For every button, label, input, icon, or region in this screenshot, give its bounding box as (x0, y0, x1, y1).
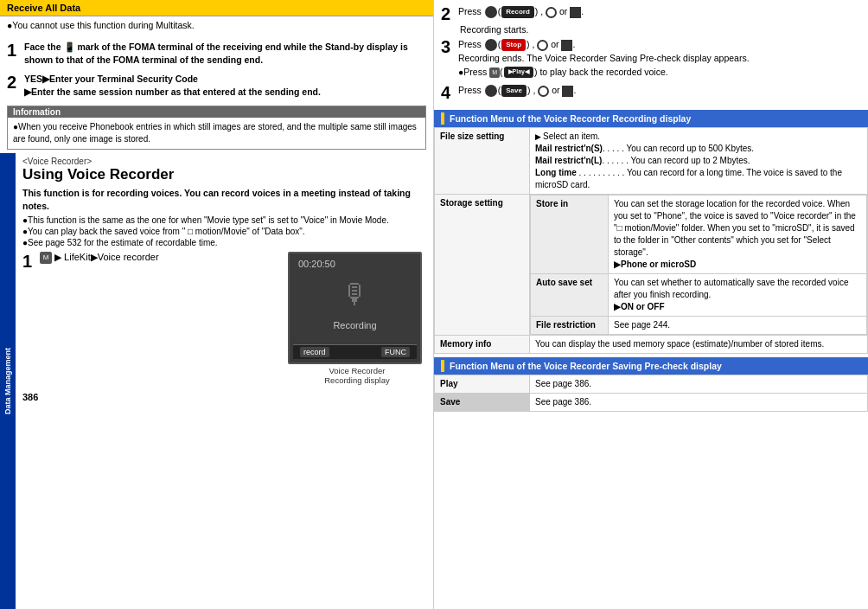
func-table2: Play See page 386. Save See page 386. (434, 375, 868, 412)
right-step2: 2 Press (Record) , or . (441, 5, 861, 22)
right-step4: 4 Press (Save) , or . (441, 84, 861, 101)
receive-all-data-header: Receive All Data (0, 0, 433, 16)
right-step2-num: 2 (441, 5, 455, 22)
save-value: See page 386. (530, 394, 868, 412)
select-item (535, 131, 543, 141)
table-row-play: Play See page 386. (435, 375, 868, 394)
voice-bullet2: ●You can play back the saved voice from … (16, 226, 433, 237)
right-steps: 2 Press (Record) , or . Recording starts… (434, 0, 868, 106)
auto-save-set-label: Auto save set (531, 274, 609, 317)
vr-caption: Voice Recorder Recording display (288, 366, 426, 385)
recording-starts-text: Recording starts. (441, 24, 861, 35)
vr-caption-line2: Recording display (324, 375, 390, 385)
info-header: Information (8, 106, 425, 118)
step4-or: , or . (533, 85, 576, 95)
right-step2-content: Press (Record) , or . (458, 5, 584, 19)
voice-desc-bold: This function is for recording voices. Y… (22, 188, 411, 211)
step2-circle-btn (485, 6, 497, 18)
receive-step1: 1 Face the 📱 mark of the FOMA terminal o… (0, 37, 433, 69)
store-in-value: You can set the storage location for the… (609, 196, 867, 274)
voice-recorder-section: Data Management <Voice Recorder> Using V… (0, 153, 433, 609)
vr-time: 00:20:50 (298, 259, 335, 269)
right-step3-num: 3 (441, 38, 455, 55)
right-step3-content: Press (Stop) , or . Recording ends. The … (458, 38, 750, 79)
vr-bottom-bar: record FUNC (293, 344, 417, 359)
step3-line2: Recording ends. The Voice Recorder Savin… (458, 53, 750, 63)
play-btn: ▶Play◀ (504, 67, 533, 78)
receive-step1-num: 1 (7, 41, 21, 66)
nested-row-store: Store in You can set the storage locatio… (531, 196, 867, 274)
auto-save-set-value: You can set whether to automatically sav… (609, 274, 867, 317)
vr-record-btn: record (300, 347, 329, 357)
sidebar-label: Data Management (3, 348, 12, 414)
vr-func-btn: FUNC (381, 347, 410, 357)
record-button-label: Record (501, 6, 534, 18)
step3-press: Press (458, 39, 482, 49)
table-row-memory: Memory info You can display the used mem… (435, 336, 868, 354)
info-body: ●When you receive Phonebook entries in w… (8, 118, 425, 149)
page-number: 386 (16, 388, 433, 406)
func-table1: File size setting Select an item. Mail r… (434, 127, 868, 354)
file-restriction-value: See page 244. (609, 317, 867, 335)
nested-row-filer: File restriction See page 244. (531, 317, 867, 335)
voice-description: This function is for recording voices. Y… (16, 185, 433, 214)
voice-bullet1: ●This function is the same as the one fo… (16, 215, 433, 226)
right-step3: 3 Press (Stop) , or . Recording ends. Th… (441, 38, 861, 79)
storage-setting-label: Storage setting (435, 195, 530, 336)
file-size-setting-value: Select an item. Mail restrict'n(S). . . … (530, 128, 868, 195)
storage-setting-value: Store in You can set the storage locatio… (530, 195, 868, 336)
table-row: File size setting Select an item. Mail r… (435, 128, 868, 195)
step4-circle-btn (485, 85, 497, 97)
receive-bullet: ●You cannot use this function during Mul… (7, 20, 426, 30)
vr-screen-area: 00:20:50 🎙 Recording record FUNC Voice R… (288, 252, 426, 385)
store-in-label: Store in (531, 196, 609, 274)
nested-row-autosave: Auto save set You can set whether to aut… (531, 274, 867, 317)
voice-section-header: <Voice Recorder> Using Voice Recorder (16, 153, 433, 185)
save-button-label: Save (501, 85, 527, 97)
save-label: Save (435, 394, 530, 412)
right-step4-num: 4 (441, 84, 455, 101)
voice-bullet3: ●See page 532 for the estimate of record… (16, 237, 433, 248)
memory-info-value: You can display the used memory space (e… (530, 336, 868, 354)
vr-mic-icon: 🎙 (341, 279, 369, 311)
vr-recording-text: Recording (333, 320, 376, 330)
subsection-title: <Voice Recorder> (22, 157, 426, 166)
step2-press: Press (458, 6, 482, 16)
step3-bullet: ●Press M(▶Play◀) to play back the record… (458, 67, 668, 77)
file-restriction-label: File restriction (531, 317, 609, 335)
receive-step2-content: YES▶Enter your Terminal Security Code▶En… (24, 73, 321, 98)
vr-caption-line1: Voice Recorder (329, 366, 386, 375)
sidebar-bar: Data Management (0, 153, 16, 609)
memory-info-label: Memory info (435, 336, 530, 354)
nested-table: Store in You can set the storage locatio… (530, 195, 867, 335)
table-row-storage: Storage setting Store in You can set the… (435, 195, 868, 336)
right-step4-content: Press (Save) , or . (458, 84, 576, 98)
play-label: Play (435, 375, 530, 394)
vr-step1: 1 M ▶ LifeKit▶Voice recorder 00:20:50 🎙 … (16, 248, 433, 388)
vr-step1-num: 1 (22, 252, 36, 271)
vr-step1-content: M ▶ LifeKit▶Voice recorder (40, 252, 284, 264)
step2-or1: , or . (540, 6, 584, 16)
step3-or1: , or . (532, 39, 575, 49)
file-size-setting-label: File size setting (435, 128, 530, 195)
receive-step2-num: 2 (7, 73, 21, 98)
table-row-save: Save See page 386. (435, 394, 868, 412)
vr-step1-text: ▶ LifeKit▶Voice recorder (54, 252, 159, 262)
right-column: 2 Press (Record) , or . Recording starts… (434, 0, 868, 609)
information-box: Information ●When you receive Phonebook … (7, 106, 426, 150)
menu-icon: M (40, 252, 52, 264)
stop-button-label: Stop (501, 39, 526, 51)
step3-circle-btn (485, 39, 497, 51)
receive-step2: 2 YES▶Enter your Terminal Security Code▶… (0, 69, 433, 101)
voice-recorder-content: <Voice Recorder> Using Voice Recorder Th… (16, 153, 433, 609)
step4-press: Press (458, 85, 482, 95)
receive-step1-content: Face the 📱 mark of the FOMA terminal of … (24, 41, 426, 66)
left-column: Receive All Data ●You cannot use this fu… (0, 0, 434, 609)
vr-screen: 00:20:50 🎙 Recording record FUNC (288, 252, 422, 364)
func-menu2-header: Function Menu of the Voice Recorder Savi… (434, 357, 868, 375)
section-title: Using Voice Recorder (22, 166, 426, 183)
play-value: See page 386. (530, 375, 868, 394)
func-menu1-header: Function Menu of the Voice Recorder Reco… (434, 110, 868, 127)
